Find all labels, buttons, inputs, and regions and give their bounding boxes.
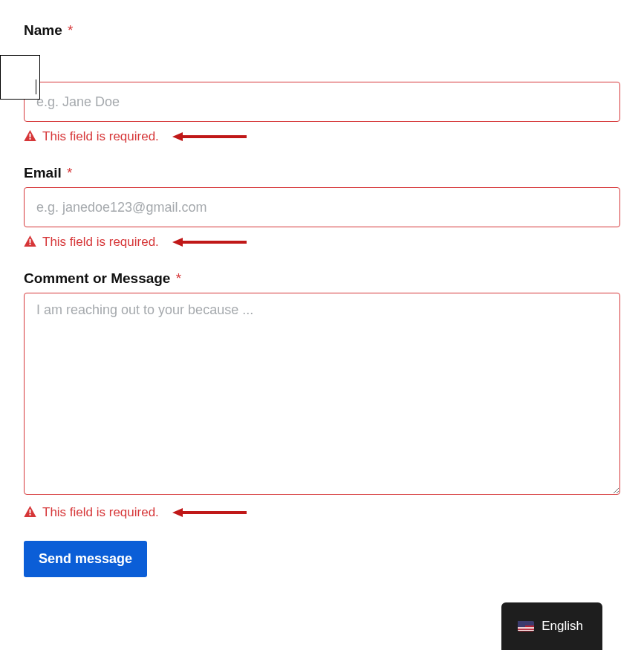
language-selector[interactable]: English <box>501 602 602 650</box>
name-error-row: This field is required. <box>24 129 620 144</box>
arrow-left-icon <box>172 131 247 142</box>
arrow-left-icon <box>172 237 247 247</box>
send-message-button[interactable]: Send message <box>24 541 147 577</box>
required-marker: * <box>67 165 72 181</box>
language-label: English <box>541 619 583 634</box>
message-textarea[interactable] <box>24 293 620 495</box>
svg-marker-3 <box>172 132 183 141</box>
message-label: Comment or Message * <box>24 270 620 287</box>
message-label-text: Comment or Message <box>24 270 170 286</box>
required-marker: * <box>68 22 73 38</box>
arrow-left-icon <box>172 507 247 518</box>
message-error-row: This field is required. <box>24 505 620 520</box>
us-flag-icon <box>518 621 534 631</box>
email-label-text: Email <box>24 165 62 181</box>
svg-rect-1 <box>30 137 31 139</box>
name-label: Name * <box>24 22 620 39</box>
warning-icon <box>24 235 36 250</box>
svg-rect-0 <box>30 133 31 137</box>
svg-marker-11 <box>172 508 183 517</box>
email-error-text: This field is required. <box>42 235 159 250</box>
svg-rect-8 <box>30 509 31 513</box>
warning-icon <box>24 130 36 144</box>
field-group-email: Email * This field is required. <box>24 165 620 250</box>
required-marker: * <box>176 270 181 286</box>
submit-row: Send message <box>24 541 620 577</box>
spacer <box>24 45 620 82</box>
email-label: Email * <box>24 165 620 181</box>
contact-form: Name * This field is required. Email * T… <box>0 0 644 599</box>
svg-rect-4 <box>30 238 31 242</box>
svg-rect-5 <box>30 243 31 244</box>
message-error-text: This field is required. <box>42 505 159 520</box>
svg-marker-7 <box>172 238 183 247</box>
text-caret <box>36 79 36 94</box>
field-group-name: Name * This field is required. <box>24 22 620 144</box>
name-error-text: This field is required. <box>42 129 159 144</box>
svg-rect-9 <box>30 513 31 515</box>
stray-overlay-box <box>0 55 40 100</box>
name-input[interactable] <box>24 82 620 122</box>
email-error-row: This field is required. <box>24 235 620 250</box>
field-group-message: Comment or Message * This field is requi… <box>24 270 620 520</box>
email-input[interactable] <box>24 187 620 227</box>
warning-icon <box>24 506 36 520</box>
name-label-text: Name <box>24 22 62 38</box>
